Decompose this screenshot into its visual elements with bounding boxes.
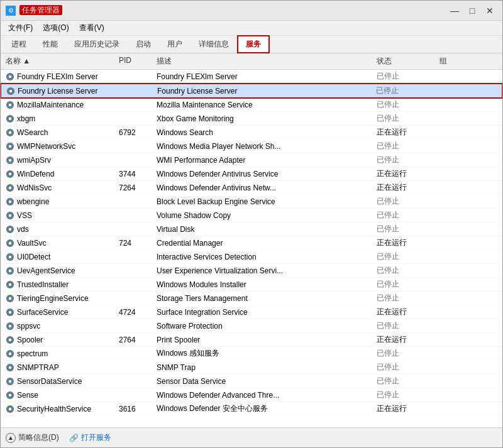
service-pid bbox=[116, 298, 154, 299]
service-pid: 6792 bbox=[116, 128, 154, 138]
open-service-button[interactable]: 🔗 打开服务 bbox=[69, 432, 111, 443]
service-name: WMPNetworkSvc bbox=[3, 141, 116, 151]
table-row[interactable]: WMPNetworkSvcWindows Media Player Networ… bbox=[1, 139, 502, 153]
menu-file[interactable]: 文件(F) bbox=[3, 21, 38, 35]
table-row[interactable]: wbengineBlock Level Backup Engine Servic… bbox=[1, 195, 502, 209]
service-group bbox=[437, 353, 487, 354]
minimize-button[interactable]: — bbox=[447, 4, 462, 17]
service-name: VSS bbox=[3, 210, 116, 221]
service-desc: Credential Manager bbox=[154, 238, 374, 248]
table-row[interactable]: UI0DetectInteractive Services Detection已… bbox=[1, 250, 502, 264]
col-status[interactable]: 状态 bbox=[374, 55, 437, 68]
expand-button[interactable]: ▲ 简略信息(D) bbox=[6, 432, 59, 443]
table-row[interactable]: UevAgentServiceUser Experience Virtualiz… bbox=[1, 264, 502, 278]
service-pid bbox=[116, 104, 154, 106]
service-name: spectrum bbox=[3, 349, 116, 359]
table-row[interactable]: Spooler2764Print Spooler正在运行 bbox=[1, 333, 502, 347]
service-name: WinDefend bbox=[3, 169, 116, 179]
col-group[interactable]: 组 bbox=[437, 55, 487, 68]
service-desc: WMI Performance Adapter bbox=[154, 155, 374, 165]
cell-empty bbox=[487, 381, 500, 382]
title-text: 任务管理器 bbox=[19, 5, 447, 16]
cell-empty bbox=[487, 76, 500, 77]
table-row[interactable]: Foundry License ServerFoundry License Se… bbox=[1, 84, 502, 98]
table-row[interactable]: spectrumWindows 感知服务已停止 bbox=[1, 347, 502, 361]
table-row[interactable]: WinDefend3744Windows Defender Antivirus … bbox=[1, 167, 502, 181]
table-row[interactable]: SNMPTRAPSNMP Trap已停止 bbox=[1, 361, 502, 374]
cell-empty bbox=[487, 256, 500, 258]
expand-icon: ▲ bbox=[6, 433, 16, 443]
service-desc: Windows Modules Installer bbox=[154, 280, 374, 290]
service-pid bbox=[116, 146, 154, 147]
service-status: 已停止 bbox=[374, 361, 437, 373]
table-row[interactable]: SecurityHealthService3616Windows Defende… bbox=[1, 402, 502, 416]
service-desc: Foundry FLEXlm Server bbox=[154, 72, 374, 82]
service-name: SensorDataService bbox=[3, 376, 116, 386]
table-body[interactable]: Foundry FLEXlm ServerFoundry FLEXlm Serv… bbox=[1, 70, 502, 427]
tab-performance[interactable]: 性能 bbox=[35, 36, 66, 53]
service-pid bbox=[116, 256, 154, 258]
service-group bbox=[437, 256, 487, 258]
service-group bbox=[437, 312, 487, 313]
table-row[interactable]: WdNisSvc7264Windows Defender Antivirus N… bbox=[1, 181, 502, 195]
service-pid bbox=[116, 229, 154, 230]
tab-process[interactable]: 进程 bbox=[3, 36, 35, 53]
cell-empty bbox=[487, 270, 500, 271]
cell-empty bbox=[487, 243, 500, 244]
maximize-button[interactable]: □ bbox=[465, 4, 480, 17]
tab-startup[interactable]: 启动 bbox=[128, 36, 159, 53]
table-row[interactable]: wmiApSrvWMI Performance Adapter已停止 bbox=[1, 153, 502, 167]
tab-details[interactable]: 详细信息 bbox=[191, 36, 237, 53]
table-row[interactable]: SensorDataServiceSensor Data Service已停止 bbox=[1, 374, 502, 388]
table-row[interactable]: MozillaMaintenanceMozilla Maintenance Se… bbox=[1, 98, 502, 112]
table-row[interactable]: SurfaceService4724Surface Integration Se… bbox=[1, 305, 502, 319]
col-desc[interactable]: 描述 bbox=[154, 55, 374, 68]
close-button[interactable]: ✕ bbox=[482, 4, 497, 17]
table-row[interactable]: VaultSvc724Credential Manager正在运行 bbox=[1, 236, 502, 250]
menu-options[interactable]: 选项(O) bbox=[38, 21, 74, 35]
table-row[interactable]: SenseWindows Defender Advanced Thre...已停… bbox=[1, 388, 502, 402]
service-name: vds bbox=[3, 224, 116, 234]
service-status: 正在运行 bbox=[374, 306, 437, 318]
open-service-label: 打开服务 bbox=[81, 432, 111, 443]
table-row[interactable]: xbgmXbox Game Monitoring已停止 bbox=[1, 112, 502, 126]
service-group bbox=[437, 187, 487, 188]
service-status: 正在运行 bbox=[374, 237, 437, 249]
tab-services[interactable]: 服务 bbox=[237, 35, 270, 53]
cell-empty bbox=[487, 229, 500, 230]
service-name: TieringEngineService bbox=[3, 293, 116, 303]
open-service-icon: 🔗 bbox=[69, 434, 79, 442]
service-status: 正在运行 bbox=[374, 182, 437, 194]
table-row[interactable]: TrustedInstallerWindows Modules Installe… bbox=[1, 278, 502, 292]
service-status: 已停止 bbox=[374, 140, 437, 152]
service-pid bbox=[116, 367, 154, 368]
service-group bbox=[437, 146, 487, 147]
table-row[interactable]: sppsvcSoftware Protection已停止 bbox=[1, 319, 502, 333]
col-name[interactable]: 名称 ▲ bbox=[3, 55, 116, 68]
service-group bbox=[437, 160, 487, 161]
service-name: UI0Detect bbox=[3, 252, 116, 262]
table-row[interactable]: VSSVolume Shadow Copy已停止 bbox=[1, 209, 502, 222]
service-name: VaultSvc bbox=[3, 238, 116, 248]
table-row[interactable]: TieringEngineServiceStorage Tiers Manage… bbox=[1, 292, 502, 305]
service-desc: Block Level Backup Engine Service bbox=[154, 197, 374, 207]
table-row[interactable]: WSearch6792Windows Search正在运行 bbox=[1, 126, 502, 139]
table-row[interactable]: Foundry FLEXlm ServerFoundry FLEXlm Serv… bbox=[1, 70, 502, 84]
menu-view[interactable]: 查看(V) bbox=[74, 21, 109, 35]
cell-empty bbox=[487, 187, 500, 188]
service-status: 已停止 bbox=[374, 209, 437, 221]
service-status: 已停止 bbox=[373, 85, 436, 97]
col-pid[interactable]: PID bbox=[116, 55, 154, 68]
service-group bbox=[437, 325, 487, 327]
cell-empty bbox=[487, 160, 500, 161]
service-name: SecurityHealthService bbox=[3, 404, 116, 414]
service-pid bbox=[117, 90, 155, 92]
cell-empty bbox=[487, 146, 500, 147]
table-row[interactable]: vdsVirtual Disk已停止 bbox=[1, 222, 502, 236]
service-desc: Windows 感知服务 bbox=[154, 347, 374, 359]
service-group bbox=[437, 229, 487, 230]
cell-empty bbox=[487, 325, 500, 327]
tab-users[interactable]: 用户 bbox=[159, 36, 191, 53]
service-desc: Windows Media Player Network Sh... bbox=[154, 141, 374, 151]
tab-app-history[interactable]: 应用历史记录 bbox=[66, 36, 128, 53]
